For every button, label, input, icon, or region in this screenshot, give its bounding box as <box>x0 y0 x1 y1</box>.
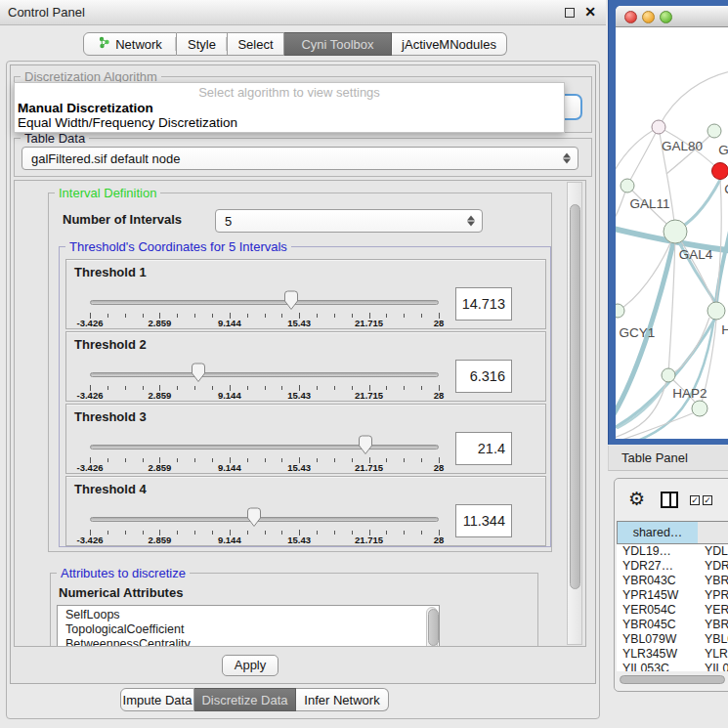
num-intervals-combobox[interactable]: 5 <box>215 209 483 233</box>
attribute-item[interactable]: BetweennessCentrality <box>58 637 191 647</box>
tick-label: 28 <box>434 318 445 328</box>
network-graph: GAL80GACGAL11GAL4GCY1HHAP2 <box>616 27 728 439</box>
network-node-green[interactable] <box>707 302 725 320</box>
network-node-green[interactable] <box>664 220 687 243</box>
tab-select[interactable]: Select <box>228 32 284 56</box>
column-header-shared[interactable]: shared… <box>617 521 699 544</box>
threshold-value-field[interactable]: 21.4 <box>455 432 512 465</box>
settings-scrollbar[interactable] <box>567 182 582 645</box>
threshold-slider-track[interactable] <box>90 445 439 450</box>
network-node-pink[interactable] <box>652 120 665 134</box>
tab-jactivemnodules[interactable]: jActiveMNodules <box>392 32 507 56</box>
tab-infer-network[interactable]: Infer Network <box>296 688 389 711</box>
threshold-value-field[interactable]: 14.713 <box>455 287 512 321</box>
num-intervals-value: 5 <box>225 214 232 229</box>
tick-mark <box>265 458 266 462</box>
settings-scrollbar-thumb[interactable] <box>570 204 580 589</box>
network-canvas[interactable]: GAL80GACGAL11GAL4GCY1HHAP2 <box>616 27 728 439</box>
close-traffic-light-icon[interactable] <box>624 11 637 23</box>
threshold-panel-2: Threshold 2-3.4262.8599.14415.4321.71528… <box>65 331 546 402</box>
tab-cyni-toolbox[interactable]: Cyni Toolbox <box>284 32 392 56</box>
tick-mark <box>247 531 248 535</box>
table-hscrollbar-thumb[interactable] <box>620 675 725 684</box>
tick-mark <box>404 531 405 535</box>
attribute-item[interactable]: SelfLoops <box>58 608 120 622</box>
algorithm-option-2[interactable]: Equal Width/Frequency Discretization <box>18 115 563 130</box>
threshold-value-field[interactable]: 11.344 <box>455 504 512 537</box>
tick-label: 2.859 <box>149 535 172 545</box>
table-row[interactable]: YBR043CYBR0 <box>617 574 728 588</box>
table-row[interactable]: YBR045CYBR0 <box>617 618 728 632</box>
network-node-green[interactable] <box>616 304 624 318</box>
table-data-combobox[interactable]: galFiltered.sif default node <box>21 147 578 170</box>
network-node-green[interactable] <box>692 401 707 416</box>
table-data-value: galFiltered.sif default node <box>31 151 180 166</box>
network-node-red[interactable] <box>712 163 728 180</box>
tab-discretize-data[interactable]: Discretize Data <box>194 688 296 711</box>
threshold-slider-thumb[interactable] <box>246 507 262 528</box>
tick-mark <box>421 531 422 535</box>
threshold-slider-thumb[interactable] <box>358 435 373 455</box>
tick-mark <box>107 314 108 318</box>
column-header-name[interactable]: na <box>698 521 728 544</box>
cell-name: YBR0 <box>705 618 728 632</box>
node-label-GAL4: GAL4 <box>679 247 713 262</box>
tick-mark <box>265 314 266 318</box>
tab-style[interactable]: Style <box>177 32 228 56</box>
network-window-titlebar[interactable] <box>616 6 728 27</box>
tick-mark <box>247 314 248 318</box>
attributes-scrollbar-thumb[interactable] <box>428 609 439 646</box>
table-row[interactable]: YER054CYER0 <box>617 603 728 618</box>
table-row[interactable]: YLR345WYLR3 <box>617 647 728 662</box>
tick-mark <box>177 314 178 318</box>
table-row[interactable]: YDR27…YDR2 <box>617 559 728 574</box>
column-layout-icon[interactable] <box>661 492 678 508</box>
gear-icon[interactable]: ⚙ <box>628 490 645 508</box>
attributes-fieldset: Attributes to discretize Numerical Attri… <box>50 573 538 647</box>
algorithm-option-1[interactable]: Manual Discretization <box>18 101 563 115</box>
cell-shared-name: YBL079W <box>622 632 676 647</box>
node-table[interactable]: YDL19…YDL1YDR27…YDR2YBR043CYBR0YPR145WYP… <box>617 544 728 671</box>
tick-mark <box>107 531 108 535</box>
cell-shared-name: YER054C <box>622 603 676 618</box>
table-row[interactable]: YDL19…YDL1 <box>617 544 728 559</box>
threshold-label: Threshold 2 <box>74 337 147 352</box>
table-row[interactable]: YBL079WYBL0 <box>617 632 728 647</box>
network-node-green[interactable] <box>621 179 634 193</box>
tab-network[interactable]: Network <box>83 32 177 56</box>
tick-mark <box>177 458 178 462</box>
network-node-green[interactable] <box>707 124 721 138</box>
minimize-traffic-light-icon[interactable] <box>642 11 655 23</box>
apply-button[interactable]: Apply <box>222 655 278 676</box>
table-row[interactable]: YPR145WYPR1 <box>617 588 728 603</box>
float-window-icon[interactable] <box>565 8 575 18</box>
threshold-slider-track[interactable] <box>90 372 439 377</box>
tab-impute-data[interactable]: Impute Data <box>120 688 194 711</box>
tab-label: Select <box>237 37 273 52</box>
tick-label: 21.715 <box>355 318 383 328</box>
tick-label: 28 <box>434 390 445 401</box>
numerical-attributes-list[interactable]: SelfLoopsTopologicalCoefficientBetweenne… <box>57 605 440 647</box>
threshold-slider-track[interactable] <box>90 300 439 305</box>
close-icon[interactable]: ✕ <box>584 4 596 20</box>
tab-label: Network <box>115 37 162 52</box>
settings-scrollpane: Interval Definition Number of Intervals … <box>14 180 586 647</box>
table-panel-titlebar: Table Panel <box>608 446 728 471</box>
threshold-slider-track[interactable] <box>90 517 439 522</box>
network-node-green[interactable] <box>662 368 675 382</box>
tick-label: 2.859 <box>149 462 172 473</box>
table-row[interactable]: YIL053CYIL0 <box>617 662 728 671</box>
attribute-item[interactable]: TopologicalCoefficient <box>58 622 184 637</box>
cell-name: YDR2 <box>705 559 728 574</box>
tick-mark <box>352 314 353 318</box>
threshold-slider-thumb[interactable] <box>283 290 299 311</box>
checkbox-icon[interactable]: ✓ <box>703 495 712 505</box>
zoom-traffic-light-icon[interactable] <box>660 11 672 23</box>
threshold-value-field[interactable]: 6.316 <box>455 360 512 393</box>
checkbox-icon[interactable]: ✓ <box>690 495 700 505</box>
threshold-slider-thumb[interactable] <box>191 363 206 383</box>
attributes-scrollbar[interactable] <box>426 607 438 647</box>
tick-mark <box>177 531 178 535</box>
cell-name: YIL0 <box>705 662 728 671</box>
tick-mark <box>143 314 144 318</box>
